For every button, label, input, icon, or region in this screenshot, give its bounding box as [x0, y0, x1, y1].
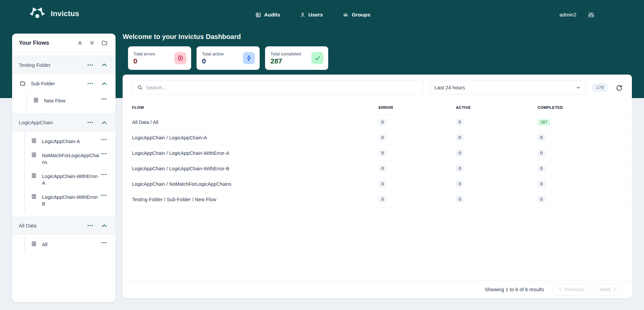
- error-count-badge: 0: [379, 119, 386, 126]
- expand-all-icon[interactable]: [89, 40, 95, 46]
- top-header: Invictus Audits Users: [0, 0, 644, 30]
- flow-name[interactable]: Testing Folder / Sub-Folder / New Flow: [132, 197, 379, 202]
- chevron-up-icon[interactable]: [102, 82, 107, 85]
- chevron-up-icon[interactable]: [102, 121, 107, 124]
- tree-item-nomatchforlogicappchains[interactable]: NoMatchForLogicAppChains: [25, 148, 116, 169]
- flow-label: LogicAppChain-WithError-A: [42, 173, 100, 186]
- ellipsis-menu-icon[interactable]: [87, 64, 93, 66]
- table-row[interactable]: All Data / All 0 0 287: [123, 115, 632, 130]
- next-button[interactable]: Next: [594, 283, 622, 296]
- check-icon: [311, 52, 324, 64]
- flow-stack-icon: [33, 97, 39, 103]
- column-header-error: ERROR: [379, 105, 456, 109]
- stat-card-total-completed: Total completed 287: [265, 46, 328, 70]
- search-icon: [137, 85, 143, 90]
- sliders-icon[interactable]: [588, 12, 594, 18]
- stat-label: Total active: [202, 51, 224, 56]
- stat-card-total-errors: Total errors 0: [128, 46, 191, 70]
- chevron-up-icon[interactable]: [102, 224, 107, 227]
- chevron-up-icon[interactable]: [102, 63, 107, 67]
- ellipsis-menu-icon[interactable]: [101, 174, 107, 175]
- folder-icon: [19, 81, 26, 86]
- table-row[interactable]: LogicAppChain / NoMatchForLogicAppChains…: [123, 176, 632, 192]
- tree-item-logicappchain-witherror-a[interactable]: LogicAppChain-WithError-A: [25, 169, 116, 190]
- stat-value: 0: [202, 57, 224, 65]
- pagination-footer: Showing 1 to 6 of 6 results Previous Nex…: [123, 280, 632, 298]
- time-range-value: Last 24 hours: [434, 85, 465, 90]
- header-right: admin2: [559, 0, 594, 30]
- search-input[interactable]: [146, 85, 419, 90]
- flow-name[interactable]: LogicAppChain / LogicAppChain-A: [132, 135, 379, 140]
- stats-row: Total errors 0 Total active 0 Total comp…: [128, 46, 328, 70]
- flows-panel: Last 24 hours 179 FLOW ERROR ACTIVE COMP…: [123, 75, 632, 298]
- flow-name[interactable]: LogicAppChain / LogicAppChain-WithError-…: [132, 166, 379, 171]
- flow-stack-icon: [31, 194, 37, 199]
- section-label: LogicAppChain: [19, 120, 87, 125]
- table-row[interactable]: Testing Folder / Sub-Folder / New Flow 0…: [123, 192, 632, 207]
- flow-stack-icon: [31, 152, 37, 158]
- flow-name[interactable]: All Data / All: [132, 120, 379, 125]
- table-row[interactable]: LogicAppChain / LogicAppChain-WithError-…: [123, 145, 632, 161]
- brand-name: Invictus: [51, 9, 79, 18]
- chevron-left-icon: [559, 287, 562, 292]
- add-folder-icon[interactable]: [101, 40, 108, 46]
- nav-audits-label: Audits: [264, 12, 280, 18]
- active-count-badge: 0: [456, 149, 464, 157]
- tree-item-logicappchain-a[interactable]: LogicAppChain-A: [25, 134, 116, 149]
- ellipsis-menu-icon[interactable]: [87, 83, 93, 84]
- table-header-row: FLOW ERROR ACTIVE COMPLETED: [123, 100, 632, 115]
- collapse-all-icon[interactable]: [77, 40, 83, 46]
- refresh-icon[interactable]: [616, 84, 622, 91]
- active-count-badge: 0: [456, 134, 464, 141]
- ellipsis-menu-icon[interactable]: [101, 153, 107, 154]
- logicappchain-flows: LogicAppChain-A NoMatchForLogicAppChains: [24, 133, 116, 213]
- nav-users-label: Users: [308, 12, 323, 18]
- error-count-badge: 0: [379, 196, 386, 203]
- nav-users[interactable]: Users: [300, 12, 323, 18]
- table-controls: Last 24 hours 179: [123, 75, 632, 100]
- flows-sidebar: Your Flows Testing Folder: [12, 34, 116, 302]
- flow-label: LogicAppChain-WithError-B: [42, 194, 100, 207]
- ellipsis-menu-icon[interactable]: [101, 98, 107, 100]
- sub-folder-flows: New Flow: [26, 92, 116, 109]
- active-count-badge: 0: [456, 196, 464, 203]
- section-label: Testing Folder: [19, 62, 87, 68]
- sidebar-header: Your Flows: [12, 34, 116, 52]
- nav-audits[interactable]: Audits: [255, 12, 280, 18]
- user-icon: [300, 12, 305, 18]
- groups-icon: [342, 12, 349, 18]
- alldata-flows: All: [24, 236, 116, 253]
- ellipsis-menu-icon[interactable]: [101, 139, 107, 140]
- time-range-select[interactable]: Last 24 hours: [429, 81, 587, 94]
- flow-name[interactable]: LogicAppChain / LogicAppChain-WithError-…: [132, 150, 379, 156]
- stat-label: Total errors: [133, 51, 155, 56]
- section-logicappchain[interactable]: LogicAppChain: [12, 114, 116, 132]
- table-row[interactable]: LogicAppChain / LogicAppChain-A 0 0 0: [123, 130, 632, 145]
- previous-button[interactable]: Previous: [553, 283, 590, 296]
- ellipsis-menu-icon[interactable]: [87, 122, 93, 123]
- brand[interactable]: Invictus: [29, 7, 79, 21]
- previous-label: Previous: [564, 286, 584, 292]
- tree-item-sub-folder[interactable]: Sub-Folder: [12, 74, 116, 91]
- flow-name[interactable]: LogicAppChain / NoMatchForLogicAppChains: [132, 181, 379, 187]
- flow-stack-icon: [31, 173, 37, 178]
- main-nav: Audits Users Groups: [255, 0, 370, 30]
- active-count-badge: 0: [456, 165, 464, 172]
- ellipsis-menu-icon[interactable]: [101, 242, 107, 243]
- completed-count-badge: 0: [538, 196, 545, 203]
- tree-item-new-flow[interactable]: New Flow: [27, 94, 116, 108]
- nav-groups[interactable]: Groups: [342, 12, 370, 18]
- completed-count-badge: 0: [538, 134, 545, 141]
- search-box[interactable]: [132, 81, 424, 94]
- tree-item-logicappchain-witherror-b[interactable]: LogicAppChain-WithError-B: [25, 190, 116, 211]
- audits-icon: [255, 12, 261, 18]
- error-count-badge: 0: [379, 149, 386, 157]
- section-all-data[interactable]: All Data: [12, 217, 116, 235]
- error-count-badge: 0: [379, 180, 386, 187]
- tree-item-all[interactable]: All: [25, 237, 116, 252]
- current-user[interactable]: admin2: [559, 12, 576, 18]
- ellipsis-menu-icon[interactable]: [101, 194, 107, 196]
- ellipsis-menu-icon[interactable]: [87, 225, 93, 226]
- table-row[interactable]: LogicAppChain / LogicAppChain-WithError-…: [123, 161, 632, 176]
- section-testing-folder[interactable]: Testing Folder: [12, 56, 116, 74]
